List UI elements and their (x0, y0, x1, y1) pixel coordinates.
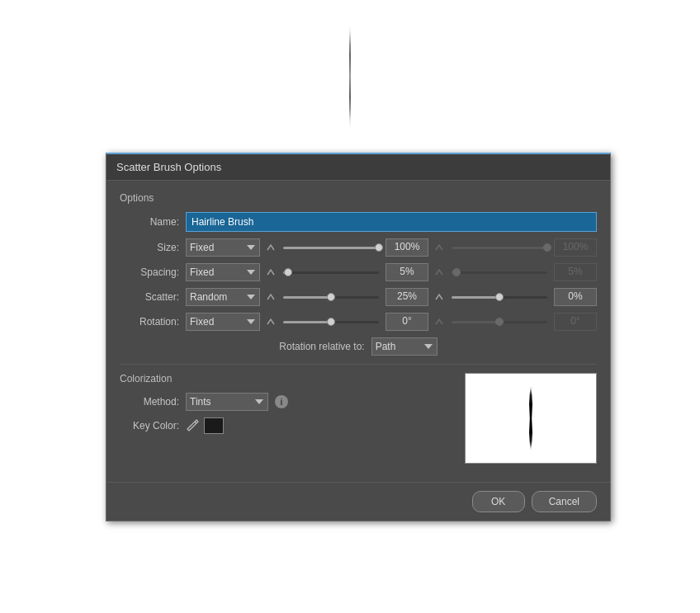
spacing-value2: 5% (554, 263, 597, 281)
spacing-label: Spacing: (120, 266, 179, 278)
spacing-slider-track2 (452, 271, 547, 274)
rotation-slider-track1[interactable] (283, 321, 379, 323)
spacing-slider-group2: 5% (433, 263, 597, 281)
rotation-relative-dropdown[interactable]: Page Path (371, 337, 438, 356)
key-color-swatch[interactable] (204, 417, 224, 434)
size-slider-track1[interactable] (283, 247, 379, 249)
size-slider-group2: 100% (433, 238, 597, 257)
rotation-relative-label: Rotation relative to: (279, 341, 364, 352)
options-section-label: Options (120, 192, 597, 204)
scatter-label: Scatter: (120, 291, 179, 303)
spacing-slider-pair: 5% 5% (265, 263, 597, 281)
size-slider-pair: 100% 100% (265, 238, 597, 257)
size-label: Size: (120, 242, 179, 253)
spacing-value1: 5% (385, 263, 428, 281)
dialog-title-bar: Scatter Brush Options (106, 154, 610, 181)
brush-preview-inner (523, 385, 539, 451)
size-slider-track2 (452, 247, 547, 249)
dialog-content: Options Name: Size: FixedRandom (106, 181, 610, 475)
scatter-row: Scatter: FixedRandom 25% (120, 288, 597, 306)
scatter-value2: 0% (554, 288, 597, 306)
name-label: Name: (120, 216, 179, 228)
spacing-slider-track1[interactable] (283, 271, 379, 274)
method-row: Method: None Tints Tints and Shades Hue … (120, 393, 452, 411)
rotation-slider-group2: 0° (433, 313, 597, 331)
rotation-label: Rotation: (120, 316, 179, 328)
size-value2: 100% (554, 238, 597, 257)
rotation-slider-icon-right (433, 316, 445, 328)
info-icon[interactable]: i (275, 395, 288, 408)
size-slider-icon-left (265, 242, 277, 253)
colorization-section: Colorization Method: None Tints Tints an… (120, 373, 597, 464)
spacing-row: Spacing: FixedRandom 5% (120, 263, 597, 281)
rotation-slider-pair: 0° 0° (265, 313, 597, 331)
colorization-label: Colorization (120, 373, 452, 384)
scatter-slider-track1[interactable] (283, 296, 379, 299)
brush-preview-area (0, 0, 700, 153)
divider (120, 364, 597, 365)
name-input[interactable] (186, 212, 597, 232)
rotation-value2: 0° (554, 313, 597, 331)
scatter-slider-icon-left (265, 291, 277, 303)
rotation-row: Rotation: FixedRandom 0° (120, 313, 597, 331)
keycolor-label: Key Color: (120, 420, 179, 431)
rotation-relative-row: Rotation relative to: Page Path (120, 337, 597, 356)
scatter-brush-options-dialog: Scatter Brush Options Options Name: Size… (106, 153, 611, 521)
info-symbol: i (281, 398, 283, 407)
keycolor-row: Key Color: (120, 417, 452, 434)
scatter-dropdown[interactable]: FixedRandom (186, 288, 260, 306)
scatter-slider-track2[interactable] (452, 296, 547, 299)
rotation-slider-track2 (452, 321, 547, 323)
size-value1: 100% (385, 238, 428, 257)
name-row: Name: (120, 212, 597, 232)
rotation-slider-icon-left (265, 316, 277, 328)
eyedropper-icon[interactable] (186, 419, 199, 432)
size-slider-icon-right (433, 242, 445, 253)
scatter-slider-icon-right (433, 291, 445, 303)
rotation-value1: 0° (385, 313, 428, 331)
brush-stroke-preview (347, 23, 353, 130)
scatter-slider-group1: 25% (265, 288, 428, 306)
brush-preview-box (465, 373, 597, 464)
method-label: Method: (120, 396, 179, 408)
scatter-value1: 25% (385, 288, 428, 306)
ok-button[interactable]: OK (472, 491, 525, 512)
size-dropdown[interactable]: FixedRandom (186, 238, 260, 257)
size-row: Size: FixedRandom 100% (120, 238, 597, 257)
dialog-title: Scatter Brush Options (116, 161, 221, 173)
size-slider-group1: 100% (265, 238, 428, 257)
rotation-dropdown[interactable]: FixedRandom (186, 313, 260, 331)
scatter-slider-group2: 0% (433, 288, 597, 306)
colorization-left: Colorization Method: None Tints Tints an… (120, 373, 452, 464)
spacing-slider-icon-left (265, 266, 277, 278)
dialog-footer: OK Cancel (106, 482, 610, 521)
cancel-button[interactable]: Cancel (532, 491, 597, 512)
rotation-slider-group1: 0° (265, 313, 428, 331)
spacing-slider-group1: 5% (265, 263, 428, 281)
scatter-slider-pair: 25% 0% (265, 288, 597, 306)
spacing-slider-icon-right (433, 266, 445, 278)
spacing-dropdown[interactable]: FixedRandom (186, 263, 260, 281)
method-dropdown[interactable]: None Tints Tints and Shades Hue Shift (186, 393, 268, 411)
